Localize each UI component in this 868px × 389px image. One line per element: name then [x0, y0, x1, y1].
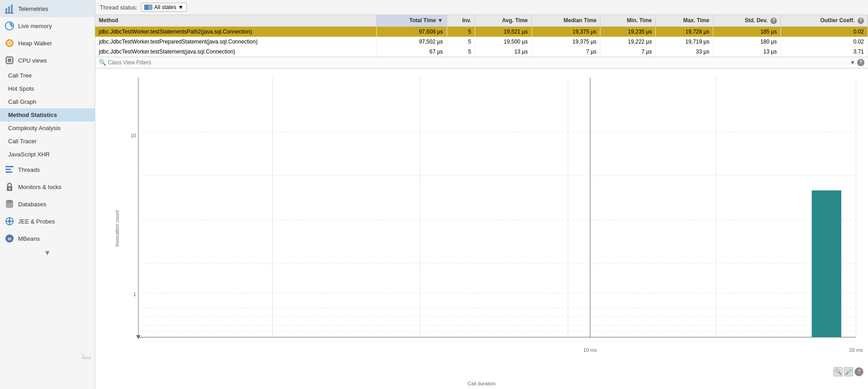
- svg-point-29: [6, 200, 13, 203]
- sidebar-item-hot-spots[interactable]: Hot Spots: [0, 82, 95, 95]
- thread-status-bar: Thread status: All states ▼: [95, 0, 868, 15]
- svg-point-8: [9, 42, 10, 44]
- sidebar-item-javascript-xhr[interactable]: JavaScript XHR: [0, 148, 95, 161]
- table-row[interactable]: jdbc.JdbcTestWorker.testStatementsPath2(…: [95, 26, 868, 37]
- table-cell: 19,235 µs: [600, 26, 656, 37]
- sidebar-item-call-tracer-label: Call Tracer: [8, 138, 37, 145]
- heap-walker-icon: [5, 38, 15, 48]
- svg-text:20 ms: 20 ms: [849, 347, 863, 353]
- svg-rect-2: [11, 5, 13, 13]
- main-content: Thread status: All states ▼ Method Total…: [95, 0, 868, 389]
- sidebar-item-complexity-analysis[interactable]: Complexity Analysis: [0, 122, 95, 135]
- sidebar-item-telemetries[interactable]: Telemetries: [0, 0, 95, 17]
- sidebar-item-jee-probes-label: JEE & Probes: [18, 218, 55, 225]
- live-memory-icon: [5, 21, 15, 31]
- sidebar-item-monitors-locks[interactable]: Monitors & locks: [0, 178, 95, 195]
- table-cell: 5: [447, 26, 475, 37]
- table-cell: 3.71: [780, 47, 868, 57]
- sidebar-item-call-tracer[interactable]: Call Tracer: [0, 135, 95, 148]
- chart-x-label: Call duration: [468, 381, 496, 386]
- table-cell: jdbc.JdbcTestWorker.testPreparedStatemen…: [95, 37, 377, 47]
- sidebar-item-monitors-locks-label: Monitors & locks: [18, 184, 61, 190]
- sidebar-item-cpu-views[interactable]: CPU views: [0, 52, 95, 69]
- col-total-time[interactable]: Total Time ▼: [377, 15, 447, 26]
- data-table: Method Total Time ▼ Inv. Avg. Time Media…: [95, 15, 868, 57]
- table-cell: 67 µs: [377, 47, 447, 57]
- svg-point-27: [9, 188, 10, 190]
- filter-dropdown-btn[interactable]: ▼: [850, 59, 855, 66]
- table-cell: 13 µs: [713, 47, 781, 57]
- col-inv[interactable]: Inv.: [447, 15, 475, 26]
- col-outlier-coeff[interactable]: Outlier Coeff. ?: [780, 15, 868, 26]
- sidebar-item-mbeans[interactable]: M MBeans: [0, 230, 95, 247]
- svg-text:10 ms: 10 ms: [583, 347, 597, 353]
- table-cell: 19,222 µs: [600, 37, 656, 47]
- std-dev-help-icon[interactable]: ?: [770, 18, 777, 24]
- outlier-coeff-help-icon[interactable]: ?: [858, 18, 864, 24]
- table-cell: 5: [447, 47, 475, 57]
- databases-icon: [5, 199, 15, 209]
- table-cell: 5: [447, 37, 475, 47]
- table-cell: 97,502 µs: [377, 37, 447, 47]
- sidebar-item-jee-probes[interactable]: JEE & Probes: [0, 213, 95, 230]
- chart-container: Invocation count Call duration: [95, 68, 868, 389]
- watermark: jProfiler: [0, 342, 95, 362]
- col-max-time[interactable]: Max. Time: [656, 15, 713, 26]
- table-cell: 19,719 µs: [656, 37, 713, 47]
- sidebar-item-threads[interactable]: Threads: [0, 161, 95, 178]
- sidebar-item-call-tree[interactable]: Call Tree: [0, 69, 95, 82]
- table-cell: 19,375 µs: [532, 26, 600, 37]
- sidebar-item-heap-walker[interactable]: Heap Walker: [0, 34, 95, 52]
- table-cell: 19,375 µs: [532, 37, 600, 47]
- col-avg-time[interactable]: Avg. Time: [475, 15, 532, 26]
- chart-bar: [812, 190, 841, 337]
- sidebar-item-databases-label: Databases: [18, 201, 46, 208]
- jee-icon: [5, 216, 15, 226]
- sidebar-item-databases[interactable]: Databases: [0, 195, 95, 213]
- table-cell: 19,500 µs: [475, 37, 532, 47]
- svg-rect-10: [8, 58, 11, 62]
- col-min-time[interactable]: Min. Time: [600, 15, 656, 26]
- table-cell: 7 µs: [600, 47, 656, 57]
- chart-zoom-in-btn[interactable]: 🔍: [834, 367, 843, 376]
- sidebar-item-call-tree-label: Call Tree: [8, 72, 32, 79]
- data-table-container: Method Total Time ▼ Inv. Avg. Time Media…: [95, 15, 868, 57]
- thread-status-color-indicator: [144, 5, 152, 10]
- table-cell: 7 µs: [532, 47, 600, 57]
- table-body: jdbc.JdbcTestWorker.testStatementsPath2(…: [95, 26, 868, 57]
- filter-input[interactable]: [108, 59, 848, 66]
- table-cell: 185 µs: [713, 26, 781, 37]
- chart-area: 🔍 ▼ ? Invocation count Call duration: [95, 57, 868, 389]
- sidebar-expand-icon[interactable]: ▼: [0, 247, 95, 259]
- thread-status-value: All states: [154, 4, 176, 10]
- table-cell: 180 µs: [713, 37, 781, 47]
- sidebar-item-call-graph[interactable]: Call Graph: [0, 95, 95, 108]
- svg-rect-23: [5, 166, 14, 167]
- table-row[interactable]: jdbc.JdbcTestWorker.testPreparedStatemen…: [95, 37, 868, 47]
- svg-point-33: [8, 220, 11, 223]
- table-cell: 0.02: [780, 26, 868, 37]
- chart-help-btn[interactable]: ?: [854, 367, 863, 376]
- sidebar-item-live-memory-label: Live memory: [18, 23, 52, 29]
- telemetries-icon: [5, 4, 15, 14]
- col-method[interactable]: Method: [95, 15, 377, 26]
- col-median-time[interactable]: Median Time: [532, 15, 600, 26]
- chart-svg: 10 1 10 ms 20 ms: [125, 73, 863, 367]
- sidebar-item-heap-walker-label: Heap Walker: [18, 40, 52, 47]
- svg-text:10: 10: [131, 133, 136, 138]
- sidebar-item-mbeans-label: MBeans: [18, 235, 40, 242]
- sidebar-item-threads-label: Threads: [18, 166, 40, 173]
- chart-zoom-out-btn[interactable]: 🔎: [844, 367, 853, 376]
- monitors-icon: [5, 182, 15, 192]
- sidebar-item-javascript-xhr-label: JavaScript XHR: [8, 151, 50, 158]
- thread-status-dropdown[interactable]: All states ▼: [141, 3, 187, 12]
- table-cell: 13 µs: [475, 47, 532, 57]
- col-std-dev[interactable]: Std. Dev. ?: [713, 15, 781, 26]
- svg-text:1: 1: [133, 292, 136, 297]
- thread-status-label: Thread status:: [100, 4, 137, 11]
- sidebar-item-live-memory[interactable]: Live memory: [0, 17, 95, 34]
- table-row[interactable]: jdbc.JdbcTestWorker.testStatement(java.s…: [95, 47, 868, 57]
- sidebar-item-method-statistics[interactable]: Method Statistics: [0, 108, 95, 122]
- sidebar-item-call-graph-label: Call Graph: [8, 98, 36, 105]
- filter-help-icon[interactable]: ?: [857, 59, 864, 66]
